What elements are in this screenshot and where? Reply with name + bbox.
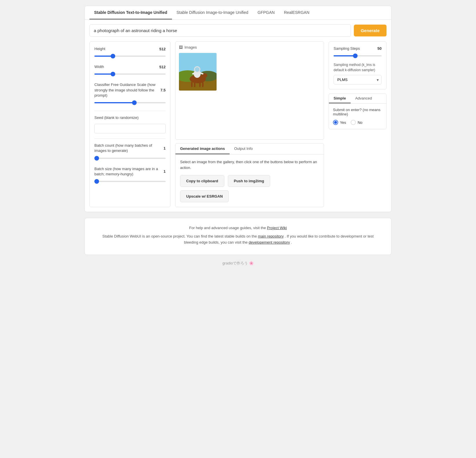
- tab-realesrgan[interactable]: RealESRGAN: [279, 6, 314, 19]
- dev-repo-link[interactable]: developement repository: [249, 240, 290, 244]
- tab-txt2img[interactable]: Stable Diffusion Text-to-Image Unified: [89, 6, 172, 19]
- sampling-steps-value: 50: [378, 46, 382, 51]
- height-value: 512: [159, 47, 166, 51]
- batch-size-slider[interactable]: [94, 179, 166, 184]
- seed-label: Seed (blank to randomize): [94, 115, 138, 120]
- sampling-method-wrapper: PLMS DDIM k_lms k_euler k_euler_a k_dpm_…: [334, 75, 382, 84]
- tab-simple[interactable]: Simple: [329, 94, 351, 103]
- copy-clipboard-button[interactable]: Copy to clipboard: [180, 175, 224, 187]
- radio-yes-dot: [334, 121, 337, 124]
- svg-rect-8: [199, 82, 201, 87]
- footer-description: Stable Diffusion WebUI is an open-source…: [96, 233, 380, 246]
- tab-output-info[interactable]: Output Info: [230, 144, 257, 154]
- footer-help-text: For help and advanced usage guides, visi…: [96, 225, 380, 231]
- radio-yes-label: Yes: [340, 120, 346, 125]
- radio-no-label: No: [358, 120, 363, 125]
- tab-generated-actions[interactable]: Generated image actions: [175, 144, 230, 154]
- width-value: 512: [159, 65, 166, 69]
- action-buttons-row: Copy to clipboard Push to img2img Upscal…: [180, 175, 319, 202]
- submit-question: Submit on enter? (no means multiline): [333, 108, 382, 116]
- batch-count-slider[interactable]: [94, 155, 166, 161]
- middle-panel: 🖼 Images: [175, 41, 324, 207]
- width-slider[interactable]: [94, 71, 166, 77]
- svg-point-12: [195, 67, 199, 72]
- sampling-method-desc: Sampling method (k_lms is default k-diff…: [334, 62, 382, 73]
- radio-no-option[interactable]: No: [351, 120, 363, 125]
- cfg-value: 7.5: [160, 88, 166, 92]
- sampling-panel: Sampling Steps 50 Sampling method (k_lms…: [329, 41, 387, 89]
- content-grid: Height 512 Width: [89, 41, 387, 207]
- app-body: Generate Height 512: [85, 20, 391, 212]
- width-label: Width: [94, 64, 104, 69]
- left-panel: Height 512 Width: [89, 41, 171, 207]
- main-repo-link[interactable]: main repository: [258, 234, 284, 238]
- batch-count-label: Batch count (how many batches of images …: [94, 143, 164, 153]
- right-panel: Sampling Steps 50 Sampling method (k_lms…: [329, 41, 387, 207]
- batch-count-param: Batch count (how many batches of images …: [94, 143, 166, 161]
- radio-yes-option[interactable]: Yes: [333, 120, 346, 125]
- radio-no-circle: [351, 120, 356, 125]
- tab-gfpgan[interactable]: GFPGAN: [253, 6, 279, 19]
- seed-input[interactable]: [94, 124, 166, 133]
- cfg-label: Classifier Free Guidance Scale (how stro…: [94, 82, 160, 98]
- simple-advanced-panel: Simple Advanced Submit on enter? (no mea…: [329, 93, 387, 129]
- height-slider[interactable]: [94, 53, 166, 59]
- height-label: Height: [94, 46, 105, 51]
- batch-size-value: 1: [164, 169, 166, 174]
- project-wiki-link[interactable]: Project Wiki: [267, 226, 287, 230]
- sa-tabs: Simple Advanced: [329, 94, 386, 104]
- sampling-steps-slider[interactable]: [334, 53, 382, 59]
- svg-rect-9: [202, 82, 204, 87]
- push-img2img-button[interactable]: Push to img2img: [228, 175, 270, 187]
- radio-yes-circle: [333, 120, 338, 125]
- sampling-method-select[interactable]: PLMS DDIM k_lms k_euler k_euler_a k_dpm_…: [334, 75, 382, 84]
- main-tabs-header: Stable Diffusion Text-to-Image Unified S…: [85, 6, 391, 20]
- generate-button[interactable]: Generate: [354, 25, 387, 36]
- cfg-slider[interactable]: [94, 100, 166, 106]
- app-card: Stable Diffusion Text-to-Image Unified S…: [85, 6, 391, 212]
- sa-body: Submit on enter? (no means multiline) Ye…: [329, 104, 386, 129]
- actions-body: Select an image from the gallery, then c…: [175, 154, 324, 207]
- seed-param: Seed (blank to randomize): [94, 115, 166, 133]
- upscale-esrgan-button[interactable]: Upscale w/ ESRGAN: [180, 190, 229, 202]
- images-header: 🖼 Images: [179, 45, 320, 49]
- images-panel: 🖼 Images: [175, 41, 324, 140]
- radio-group: Yes No: [333, 120, 382, 125]
- prompt-input[interactable]: [89, 24, 351, 37]
- actions-description: Select an image from the gallery, then c…: [180, 159, 319, 170]
- gradio-footer: gradioで作ろう 🌸: [85, 255, 391, 272]
- svg-rect-7: [194, 82, 195, 87]
- batch-size-param: Batch size (how many images are in a bat…: [94, 166, 166, 184]
- images-icon: 🖼: [179, 45, 183, 49]
- tab-advanced[interactable]: Advanced: [351, 94, 377, 103]
- cfg-scale-param: Classifier Free Guidance Scale (how stro…: [94, 82, 166, 106]
- tab-img2img[interactable]: Stable Diffusion Image-to-Image Unified: [172, 6, 253, 19]
- actions-panel: Generated image actions Output Info Sele…: [175, 143, 324, 207]
- width-param: Width 512: [94, 64, 166, 77]
- batch-size-label: Batch size (how many images are in a bat…: [94, 166, 164, 177]
- sampling-steps-label: Sampling Steps: [334, 46, 360, 51]
- gradio-label: gradioで作ろう 🌸: [222, 261, 254, 265]
- actions-tabs: Generated image actions Output Info: [175, 144, 324, 154]
- batch-count-value: 1: [164, 146, 166, 150]
- generated-image[interactable]: [179, 53, 217, 91]
- prompt-row: Generate: [89, 24, 387, 37]
- images-label: Images: [184, 45, 197, 49]
- footer-card: For help and advanced usage guides, visi…: [85, 218, 391, 255]
- svg-rect-6: [191, 82, 193, 87]
- height-param: Height 512: [94, 46, 166, 59]
